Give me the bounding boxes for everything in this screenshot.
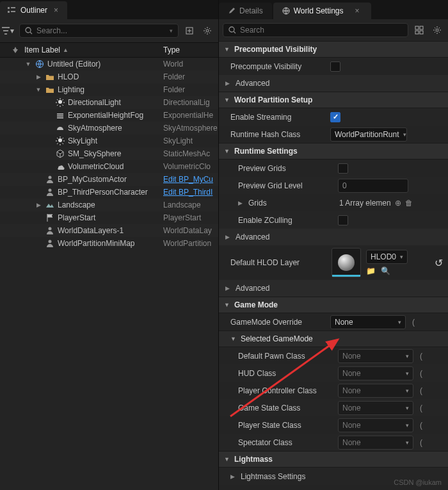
- expand-icon[interactable]: ▼: [35, 86, 42, 93]
- grid-view-icon[interactable]: [412, 23, 426, 37]
- svg-point-12: [58, 138, 62, 142]
- tree-item-type: Folder: [163, 85, 218, 94]
- tree-item-label: SM_SkySphere: [68, 149, 121, 158]
- sky-icon: [55, 123, 65, 133]
- reset-icon[interactable]: (: [420, 352, 422, 361]
- tab-details[interactable]: Details: [219, 3, 272, 19]
- tree-row[interactable]: WorldPartitionMiniMapWorldPartition: [0, 237, 218, 250]
- column-item-label[interactable]: Item Label ▲: [22, 45, 163, 54]
- chevron-down-icon[interactable]: ▾: [170, 28, 173, 34]
- reset-icon[interactable]: (: [420, 421, 422, 430]
- category-runtime-settings[interactable]: ▼ Runtime Settings: [219, 143, 448, 159]
- trash-icon[interactable]: 🗑: [405, 199, 413, 208]
- reset-to-default-icon[interactable]: ↺: [435, 257, 443, 269]
- svg-rect-3: [11, 11, 15, 12]
- details-toolbar: [219, 19, 448, 41]
- edit-blueprint-link[interactable]: Edit BP_MyCu: [163, 175, 213, 184]
- reset-icon[interactable]: (: [420, 404, 422, 412]
- dropdown-game-state-class[interactable]: None▾: [338, 401, 413, 415]
- details-tabbar: Details World Settings ×: [219, 0, 448, 19]
- outliner-search[interactable]: ▾: [19, 24, 179, 38]
- advanced-toggle[interactable]: ▶ Advanced: [219, 75, 448, 92]
- advanced-toggle[interactable]: ▶ Advanced: [219, 229, 448, 245]
- tree-item-label: HLOD: [58, 72, 79, 81]
- checkbox-precompute-visibility[interactable]: [330, 61, 340, 72]
- expand-icon[interactable]: ▶: [35, 202, 42, 208]
- tree-row[interactable]: ▼LightingFolder: [0, 83, 218, 96]
- tree-row[interactable]: ▶LandscapeLandscape: [0, 199, 218, 211]
- svg-rect-1: [11, 7, 15, 8]
- label-player-state-class: Player State Class: [238, 421, 334, 430]
- chevron-down-icon: ▼: [230, 336, 237, 342]
- reset-icon[interactable]: (: [420, 386, 422, 395]
- gear-icon[interactable]: [200, 24, 214, 38]
- chevron-right-icon[interactable]: ▶: [230, 473, 237, 480]
- gear-icon[interactable]: [430, 23, 444, 37]
- svg-line-19: [234, 31, 236, 33]
- tab-world-settings[interactable]: World Settings ×: [273, 3, 371, 19]
- category-selected-gamemode[interactable]: ▼ Selected GameMode: [219, 331, 448, 347]
- label-preview-grids: Preview Grids: [238, 164, 334, 173]
- svg-point-11: [58, 100, 62, 104]
- close-icon[interactable]: ×: [51, 6, 61, 15]
- outliner-tabbar: Outliner ×: [0, 0, 218, 19]
- tree-row[interactable]: SM_SkySphereStaticMeshAc: [0, 147, 218, 160]
- folder-open-icon[interactable]: 📁: [366, 266, 376, 275]
- search-icon: [25, 27, 33, 35]
- tree-row[interactable]: PlayerStartPlayerStart: [0, 211, 218, 224]
- input-preview-grid-level[interactable]: 0: [338, 179, 408, 193]
- add-array-element-icon[interactable]: ⊕: [395, 199, 401, 208]
- details-search-input[interactable]: [240, 26, 403, 35]
- column-type[interactable]: Type: [163, 45, 218, 54]
- chevron-right-icon[interactable]: ▶: [238, 200, 244, 206]
- dropdown-gamemode-override[interactable]: None ▾: [330, 315, 406, 329]
- tree-row[interactable]: ▼Untitled (Editor)World: [0, 58, 218, 70]
- outliner-header: Item Label ▲ Type: [0, 42, 218, 58]
- edit-blueprint-link[interactable]: Edit BP_ThirdI: [163, 188, 212, 197]
- details-search[interactable]: [223, 23, 408, 37]
- dropdown-hlod-layer[interactable]: HLOD0 ▾: [366, 250, 408, 264]
- tree-item-type: PlayerStart: [163, 213, 218, 222]
- browse-icon[interactable]: 🔍: [381, 266, 390, 275]
- pin-icon[interactable]: [9, 47, 22, 53]
- tree-row[interactable]: VolumetricCloudVolumetricClo: [0, 160, 218, 173]
- category-game-mode[interactable]: ▼ Game Mode: [219, 297, 448, 313]
- outliner-search-input[interactable]: [36, 26, 166, 35]
- tree-item-type: SkyLight: [163, 136, 218, 145]
- tree-row[interactable]: WorldDataLayers-1WorldDataLay: [0, 224, 218, 237]
- tree-row[interactable]: DirectionalLightDirectionalLig: [0, 96, 218, 109]
- tree-row[interactable]: SkyLightSkyLight: [0, 135, 218, 147]
- outliner-tree: ▼Untitled (Editor)World▶HLODFolder▼Light…: [0, 58, 218, 490]
- tree-row[interactable]: ▶HLODFolder: [0, 70, 218, 83]
- tree-row[interactable]: SkyAtmosphereSkyAtmosphere: [0, 122, 218, 135]
- tree-row[interactable]: BP_ThirdPersonCharacterEdit BP_ThirdI: [0, 186, 218, 199]
- tree-item-type: SkyAtmosphere: [163, 124, 218, 133]
- filter-button[interactable]: ▾: [0, 23, 15, 38]
- close-icon[interactable]: ×: [353, 6, 362, 15]
- outliner-tab[interactable]: Outliner ×: [0, 1, 67, 19]
- checkbox-preview-grids[interactable]: [338, 163, 348, 174]
- checkbox-enable-zculling[interactable]: [338, 215, 348, 225]
- tree-row[interactable]: ExponentialHeightFogExponentialHe: [0, 109, 218, 122]
- category-lightmass[interactable]: ▼ Lightmass: [219, 451, 448, 468]
- dropdown-default-pawn-class[interactable]: None▾: [338, 349, 413, 363]
- reset-icon[interactable]: (: [412, 318, 415, 327]
- advanced-toggle[interactable]: ▶ Advanced: [219, 280, 448, 297]
- add-button[interactable]: [182, 24, 196, 38]
- dropdown-runtime-hash-class[interactable]: WorldPartitionRunt ▾: [330, 127, 407, 142]
- reset-icon[interactable]: (: [420, 369, 422, 378]
- category-precomputed-visibility[interactable]: ▼ Precomputed Visibility: [219, 41, 448, 58]
- category-world-partition-setup[interactable]: ▼ World Partition Setup: [219, 92, 448, 108]
- checkbox-enable-streaming[interactable]: [330, 112, 340, 122]
- expand-icon[interactable]: ▼: [24, 61, 32, 67]
- dropdown-player-controller-class[interactable]: None▾: [338, 384, 413, 398]
- label-default-pawn-class: Default Pawn Class: [238, 352, 334, 361]
- hlod-thumbnail[interactable]: [332, 248, 361, 277]
- world-icon: [282, 7, 290, 15]
- tree-row[interactable]: BP_MyCustomActorEdit BP_MyCu: [0, 173, 218, 186]
- reset-icon[interactable]: (: [420, 438, 422, 447]
- expand-icon[interactable]: ▶: [35, 74, 42, 80]
- dropdown-spectator-class[interactable]: None▾: [338, 436, 413, 450]
- dropdown-player-state-class[interactable]: None▾: [338, 418, 413, 432]
- dropdown-hud-class[interactable]: None▾: [338, 366, 413, 380]
